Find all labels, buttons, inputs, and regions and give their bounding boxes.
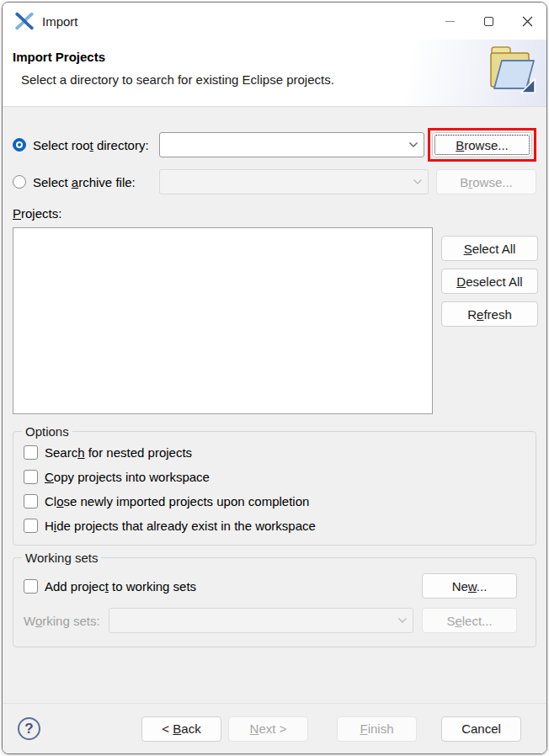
option-row: Close newly imported projects upon compl… xyxy=(24,494,525,508)
archive-file-combo xyxy=(159,169,429,194)
root-directory-combo[interactable] xyxy=(159,132,424,157)
add-to-working-sets-label: Add project to working sets xyxy=(45,579,196,594)
minimize-icon xyxy=(445,21,455,22)
add-to-working-sets-checkbox[interactable] xyxy=(24,579,38,594)
working-sets-group-title: Working sets xyxy=(22,551,101,565)
root-directory-radio[interactable] xyxy=(13,138,26,152)
search-nested-checkbox[interactable] xyxy=(24,445,38,460)
close-button[interactable] xyxy=(508,3,546,40)
copy-projects-checkbox[interactable] xyxy=(24,470,38,484)
archive-file-input xyxy=(167,175,409,189)
dialog-content: Select root directory: Browse... Select … xyxy=(3,107,546,703)
page-subtitle: Select a directory to search for existin… xyxy=(21,72,546,87)
root-directory-row: Select root directory: Browse... xyxy=(13,128,536,162)
page-title: Import Projects xyxy=(13,50,546,64)
chevron-down-icon[interactable] xyxy=(408,141,418,148)
next-button: Next > xyxy=(228,716,308,742)
close-icon xyxy=(522,16,533,27)
working-sets-combo-label: Working sets: xyxy=(24,614,100,628)
projects-area: Select All Deselect All Refresh xyxy=(13,227,536,414)
maximize-button[interactable] xyxy=(469,3,508,40)
title-bar: Import xyxy=(3,3,546,40)
projects-label: Projects: xyxy=(13,206,536,221)
working-sets-group: Working sets Add project to working sets… xyxy=(13,557,536,647)
import-dialog-window: Import Import Projects Select a director… xyxy=(2,2,547,754)
hide-existing-checkbox[interactable] xyxy=(24,519,38,533)
search-nested-label: Search for nested projects xyxy=(45,445,192,460)
refresh-button[interactable]: Refresh xyxy=(441,301,538,327)
option-row: Search for nested projects xyxy=(24,445,525,460)
open-folder-icon xyxy=(488,44,536,99)
option-row: Hide projects that already exist in the … xyxy=(24,519,525,533)
close-imported-checkbox[interactable] xyxy=(24,494,38,508)
window-title: Import xyxy=(42,14,430,29)
working-sets-row: Add project to working sets New... xyxy=(24,573,525,599)
select-all-button[interactable]: Select All xyxy=(441,236,538,261)
browse-root-button[interactable]: Browse... xyxy=(432,132,532,157)
root-directory-label: Select root directory: xyxy=(33,138,159,152)
finish-button: Finish xyxy=(337,716,417,742)
projects-side-buttons: Select All Deselect All Refresh xyxy=(441,227,538,414)
maximize-icon xyxy=(484,17,493,26)
new-working-set-button[interactable]: New... xyxy=(422,573,517,599)
copy-projects-label: Copy projects into workspace xyxy=(45,470,210,484)
chevron-down-icon xyxy=(413,178,423,185)
option-row: Copy projects into workspace xyxy=(24,470,525,484)
cancel-button[interactable]: Cancel xyxy=(441,716,521,742)
working-sets-combo-row: Working sets: Select... xyxy=(24,608,525,633)
projects-list[interactable] xyxy=(13,227,433,414)
archive-file-label: Select archive file: xyxy=(33,175,159,189)
wizard-footer: ? < Back Next > Finish Cancel xyxy=(3,703,546,753)
deselect-all-button[interactable]: Deselect All xyxy=(441,269,538,294)
help-icon[interactable]: ? xyxy=(18,717,40,740)
select-working-set-button: Select... xyxy=(422,608,517,633)
annotation-highlight-box: Browse... xyxy=(428,128,536,162)
working-sets-combo xyxy=(109,608,413,633)
eclipse-logo-icon xyxy=(15,12,34,30)
wizard-header: Import Projects Select a directory to se… xyxy=(3,40,546,107)
options-group-title: Options xyxy=(22,424,72,439)
close-imported-label: Close newly imported projects upon compl… xyxy=(45,494,309,508)
working-sets-input xyxy=(116,614,394,627)
root-directory-input[interactable] xyxy=(167,138,405,152)
archive-file-radio[interactable] xyxy=(13,175,26,189)
chevron-down-icon xyxy=(397,617,408,624)
options-group: Options Search for nested projects Copy … xyxy=(13,431,536,546)
minimize-button[interactable] xyxy=(430,3,469,40)
hide-existing-label: Hide projects that already exist in the … xyxy=(45,519,316,533)
back-button[interactable]: < Back xyxy=(141,716,221,742)
archive-file-row: Select archive file: Browse... xyxy=(13,169,536,194)
browse-archive-button: Browse... xyxy=(436,169,536,194)
